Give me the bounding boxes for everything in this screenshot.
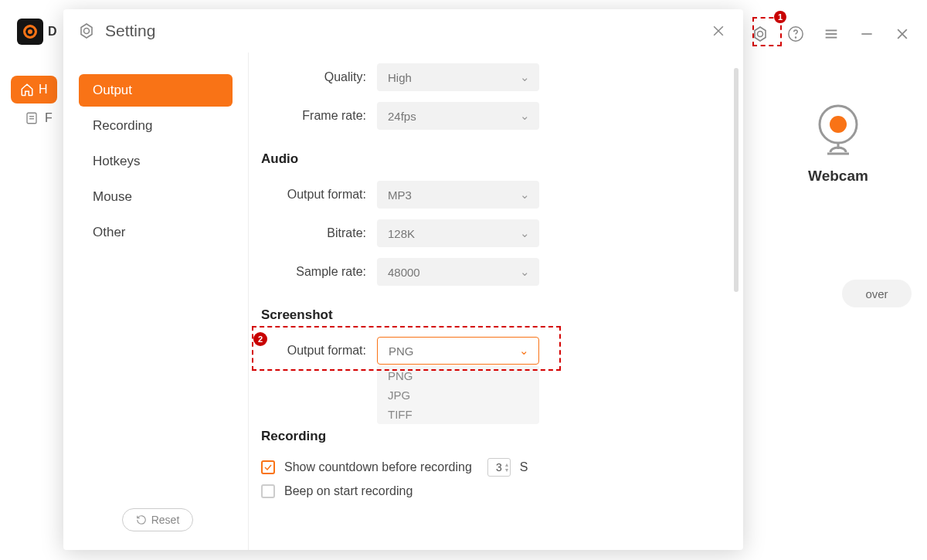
svg-point-16 [84,29,90,34]
audio-format-label: Output format: [249,188,366,202]
tab-home-label: H [39,83,48,97]
minimize-icon[interactable] [857,25,876,43]
close-button[interactable] [708,20,729,42]
sidebar-item-hotkeys[interactable]: Hotkeys [79,145,233,178]
home-icon [20,83,34,97]
screenshot-header: Screenshot [261,307,697,323]
webcam-card[interactable]: Webcam [765,74,912,213]
sidebar-item-label: Output [93,83,132,98]
select-value: High [388,71,412,84]
row-beep: Beep on start recording [261,484,697,498]
webcam-label: Webcam [808,168,868,185]
check-icon [263,463,273,472]
svg-point-3 [795,37,796,38]
dropdown-option-png[interactable]: PNG [377,366,539,385]
quality-label: Quality: [249,70,366,84]
row-audio-format: Output format: MP3 ⌄ [249,181,697,209]
gear-icon [77,22,96,40]
row-quality: Quality: High ⌄ [249,63,697,91]
countdown-spinner[interactable]: 3 ▴▾ [487,458,511,477]
chevron-down-icon: ⌄ [520,109,530,123]
callout-marker-1: 1 [774,11,786,23]
chevron-down-icon: ⌄ [519,344,529,358]
spinner-arrows-icon: ▴▾ [505,462,508,473]
scrollbar[interactable] [734,68,739,292]
recording-header: Recording [261,429,697,444]
countdown-unit: S [520,460,528,474]
sidebar-item-label: Hotkeys [93,154,140,169]
logo-icon [23,25,37,39]
settings-dialog: Setting Output Recording Hotkeys Mouse O… [63,9,743,550]
screenshot-format-dropdown: PNG JPG TIFF [377,366,539,424]
samplerate-label: Sample rate: [249,265,366,279]
select-value: 24fps [388,110,416,123]
framerate-label: Frame rate: [249,109,366,123]
dialog-body: Output Recording Hotkeys Mouse Other Res… [63,53,743,550]
row-samplerate: Sample rate: 48000 ⌄ [249,258,697,286]
tab-file[interactable]: F [11,111,53,125]
svg-point-14 [830,116,847,133]
chevron-down-icon: ⌄ [520,70,530,84]
svg-marker-15 [81,24,92,38]
file-icon [25,111,39,125]
callout-marker-2: 2 [253,332,267,346]
voiceover-label: over [865,287,888,300]
reset-label: Reset [151,514,180,526]
webcam-icon [813,103,863,152]
menu-icon[interactable] [822,25,840,43]
chevron-down-icon: ⌄ [520,265,530,279]
beep-label: Beep on start recording [284,484,413,498]
row-bitrate: Bitrate: 128K ⌄ [249,219,697,247]
svg-rect-10 [27,113,36,124]
countdown-label: Show countdown before recording [284,460,472,474]
settings-content: Quality: High ⌄ Frame rate: 24fps ⌄ Audi… [249,53,743,550]
dropdown-option-tiff[interactable]: TIFF [377,405,539,424]
tab-home[interactable]: H [11,76,57,104]
reset-button[interactable]: Reset [122,508,193,531]
reset-icon [136,514,147,525]
select-value: 128K [388,227,415,240]
select-value: PNG [389,344,414,358]
bitrate-select[interactable]: 128K ⌄ [377,219,539,247]
row-framerate: Frame rate: 24fps ⌄ [249,102,697,130]
countdown-value: 3 [496,461,502,473]
sidebar-item-other[interactable]: Other [79,216,233,249]
audio-header: Audio [261,151,697,167]
bitrate-label: Bitrate: [249,226,366,240]
dropdown-option-jpg[interactable]: JPG [377,385,539,405]
quality-select[interactable]: High ⌄ [377,63,539,91]
sidebar-item-label: Mouse [93,189,132,205]
screenshot-format-label: Output format: [249,344,366,358]
app-logo [17,19,43,45]
screenshot-format-select[interactable]: PNG ⌄ [377,337,539,365]
chevron-down-icon: ⌄ [520,226,530,240]
dialog-header: Setting [63,9,743,53]
dialog-title: Setting [105,22,155,40]
framerate-select[interactable]: 24fps ⌄ [377,102,539,130]
sidebar-item-recording[interactable]: Recording [79,110,233,142]
sidebar-item-label: Recording [93,118,153,134]
tab-file-label: F [45,111,53,125]
voiceover-button[interactable]: over [842,280,912,307]
close-window-icon[interactable] [893,25,912,43]
row-countdown: Show countdown before recording 3 ▴▾ S [261,458,697,477]
audio-format-select[interactable]: MP3 ⌄ [377,181,539,209]
help-icon[interactable] [786,25,805,43]
chevron-down-icon: ⌄ [520,188,530,202]
settings-sidebar: Output Recording Hotkeys Mouse Other Res… [63,53,249,550]
sidebar-item-output[interactable]: Output [79,74,233,107]
beep-checkbox[interactable] [261,484,275,498]
row-screenshot-format: Output format: PNG ⌄ [249,337,697,365]
samplerate-select[interactable]: 48000 ⌄ [377,258,539,286]
app-title: D [48,25,57,39]
select-value: 48000 [388,266,420,279]
select-value: MP3 [388,188,412,202]
sidebar-item-mouse[interactable]: Mouse [79,181,233,213]
close-icon [711,23,726,39]
countdown-checkbox[interactable] [261,460,275,474]
sidebar-item-label: Other [93,225,126,240]
